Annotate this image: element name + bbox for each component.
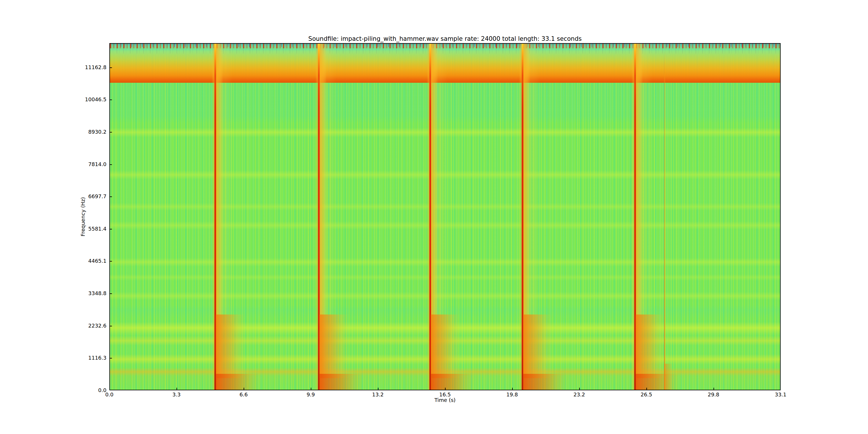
x-tick-mark-bottom bbox=[244, 388, 244, 390]
y-tick-mark-left bbox=[110, 99, 112, 100]
y-tick-mark-left bbox=[110, 293, 112, 294]
x-tick-mark-bottom bbox=[713, 388, 714, 390]
x-tick-label: 29.8 bbox=[696, 392, 731, 398]
y-tick-mark-left bbox=[110, 67, 112, 68]
x-tick-label: 23.2 bbox=[562, 392, 597, 398]
x-tick-mark-bottom bbox=[512, 388, 513, 390]
x-tick-mark-bottom bbox=[378, 388, 378, 390]
y-tick-label: 1116.3 bbox=[0, 355, 106, 361]
x-tick-mark-bottom bbox=[177, 388, 177, 390]
x-tick-label: 9.9 bbox=[293, 392, 328, 398]
x-tick-label: 33.1 bbox=[763, 392, 798, 398]
x-tick-mark-bottom bbox=[311, 388, 311, 390]
y-tick-mark-left bbox=[110, 326, 112, 327]
x-tick-label: 6.6 bbox=[226, 392, 261, 398]
y-tick-label: 8930.2 bbox=[0, 129, 106, 135]
y-tick-label: 3348.8 bbox=[0, 290, 106, 297]
x-tick-label: 0.0 bbox=[92, 392, 127, 398]
x-tick-label: 16.5 bbox=[428, 392, 462, 398]
y-tick-label: 6697.7 bbox=[0, 193, 106, 199]
y-tick-mark-left bbox=[110, 132, 112, 132]
x-tick-mark-bottom bbox=[110, 388, 110, 390]
y-tick-label: 7814.0 bbox=[0, 161, 106, 167]
y-tick-label: 0.0 bbox=[0, 387, 106, 394]
x-tick-mark-bottom bbox=[445, 388, 445, 390]
y-tick-mark-left bbox=[110, 164, 112, 165]
x-tick-label: 13.2 bbox=[361, 392, 395, 398]
y-tick-mark-left bbox=[110, 196, 112, 197]
x-tick-mark-bottom bbox=[579, 388, 580, 390]
y-tick-label: 10046.5 bbox=[0, 96, 106, 103]
x-tick-label: 3.3 bbox=[159, 392, 194, 398]
y-tick-label: 5581.4 bbox=[0, 226, 106, 232]
y-tick-label: 11162.8 bbox=[0, 64, 106, 71]
chart-title: Soundfile: impact-piling_with_hammer.wav… bbox=[110, 35, 781, 42]
x-tick-label: 19.8 bbox=[495, 392, 529, 398]
axis-tick-marks-layer bbox=[110, 44, 780, 390]
x-axis-title: Time (s) bbox=[110, 397, 781, 403]
y-tick-mark-left bbox=[110, 229, 112, 229]
y-tick-label: 2232.6 bbox=[0, 322, 106, 329]
spectrogram-plot-area bbox=[110, 43, 781, 390]
y-tick-mark-left bbox=[110, 358, 112, 359]
y-tick-label: 4465.1 bbox=[0, 258, 106, 264]
x-tick-mark-bottom bbox=[646, 388, 647, 390]
spectrogram-figure: Soundfile: impact-piling_with_hammer.wav… bbox=[0, 0, 868, 434]
x-tick-label: 26.5 bbox=[629, 392, 664, 398]
y-tick-mark-left bbox=[110, 261, 112, 261]
